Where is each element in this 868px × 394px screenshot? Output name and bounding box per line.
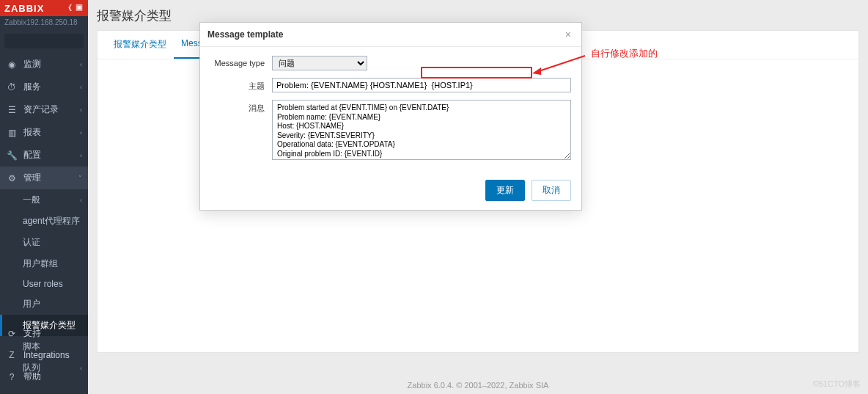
- eye-icon: ◉: [6, 59, 18, 70]
- chevron-left-icon: ‹: [80, 152, 82, 159]
- subject-input[interactable]: [272, 78, 571, 92]
- bottom-nav: ⟳ 支持 Z Integrations ? 帮助: [0, 322, 88, 388]
- nav-config[interactable]: 🔧 配置 ‹: [0, 144, 88, 167]
- nav-reports[interactable]: ▥ 报表 ‹: [0, 121, 88, 144]
- nav-label: 资产记录: [23, 103, 59, 116]
- nav-label: 配置: [23, 149, 41, 161]
- watermark: ©51CTO博客: [813, 379, 861, 390]
- sidebar-item-user-roles[interactable]: User roles: [0, 274, 88, 293]
- sidebar-item-user-groups[interactable]: 用户群组: [0, 253, 88, 274]
- modal-header: Message template ×: [200, 23, 581, 47]
- gear-icon: ⚙: [6, 173, 18, 183]
- nav-label: 帮助: [23, 371, 41, 383]
- row-subject: 主题: [210, 78, 571, 92]
- collapse-icon[interactable]: 《 ▣: [65, 3, 84, 13]
- nav-help[interactable]: ? 帮助: [0, 365, 88, 388]
- sidebar-item-label: 用户群组: [23, 258, 58, 270]
- footer: Zabbix 6.0.4. © 2001–2022, Zabbix SIA: [88, 381, 868, 390]
- nav-label: 报表: [23, 126, 41, 139]
- nav-label: 服务: [23, 81, 41, 93]
- sidebar-item-general[interactable]: 一般 ‹: [0, 189, 88, 211]
- chart-icon: ▥: [6, 128, 18, 138]
- chevron-left-icon: ‹: [80, 84, 82, 91]
- sidebar-item-label: 一般: [23, 194, 40, 206]
- wrench-icon: 🔧: [6, 150, 18, 161]
- search-box[interactable]: 🔍: [4, 34, 84, 48]
- footer-link[interactable]: Zabbix SIA: [510, 381, 549, 390]
- label-subject: 主题: [210, 78, 272, 92]
- chevron-left-icon: ‹: [80, 197, 82, 204]
- row-message-type: Message type 问题: [210, 56, 571, 70]
- nav-inventory[interactable]: ☰ 资产记录 ‹: [0, 98, 88, 121]
- modal-cancel-button[interactable]: 取消: [532, 180, 571, 201]
- sidebar-item-users[interactable]: 用户: [0, 293, 88, 315]
- modal-title: Message template: [207, 29, 283, 40]
- label-message-type: Message type: [210, 56, 272, 68]
- clock-icon: ⏱: [6, 82, 18, 92]
- nav-integrations[interactable]: Z Integrations: [0, 345, 88, 365]
- sidebar-item-auth[interactable]: 认证: [0, 232, 88, 253]
- annotation-text: 自行修改添加的: [591, 47, 658, 60]
- message-textarea[interactable]: [272, 100, 571, 160]
- tab-media-type[interactable]: 报警媒介类型: [106, 31, 174, 59]
- modal-update-button[interactable]: 更新: [485, 180, 525, 201]
- question-icon: ?: [6, 372, 18, 382]
- brand-logo: ZABBIX: [4, 3, 44, 14]
- chevron-left-icon: ‹: [80, 61, 82, 68]
- list-icon: ☰: [6, 105, 18, 115]
- close-icon[interactable]: ×: [562, 29, 574, 40]
- message-template-modal: Message template × Message type 问题 主题 消息: [199, 22, 582, 211]
- logo-row: ZABBIX 《 ▣: [0, 0, 88, 16]
- nav-admin[interactable]: ⚙ 管理 ˅: [0, 167, 88, 189]
- z-icon: Z: [6, 350, 18, 360]
- sidebar-item-agent-proxy[interactable]: agent代理程序: [0, 211, 88, 232]
- search-wrap: 🔍: [0, 31, 88, 53]
- footer-text: Zabbix 6.0.4. © 2001–2022,: [408, 381, 510, 390]
- sidebar-item-label: agent代理程序: [23, 215, 80, 227]
- message-type-select[interactable]: 问题: [272, 56, 367, 70]
- sidebar: ZABBIX 《 ▣ Zabbix192.168.250.18 🔍 ◉ 监测 ‹…: [0, 0, 88, 394]
- sidebar-item-label: User roles: [23, 279, 63, 289]
- sidebar-item-label: 认证: [23, 236, 40, 249]
- server-address: Zabbix192.168.250.18: [0, 16, 88, 31]
- nav-support[interactable]: ⟳ 支持: [0, 322, 88, 345]
- row-message: 消息: [210, 100, 571, 162]
- nav-label: 管理: [23, 172, 41, 184]
- chevron-down-icon: ˅: [78, 175, 82, 182]
- support-icon: ⟳: [6, 329, 18, 339]
- label-message: 消息: [210, 100, 272, 114]
- modal-footer: 更新 取消: [200, 175, 581, 210]
- nav-label: 支持: [23, 327, 41, 340]
- chevron-left-icon: ‹: [80, 129, 82, 136]
- nav-label: Integrations: [23, 350, 70, 360]
- sidebar-item-label: 用户: [23, 298, 40, 310]
- nav-monitoring[interactable]: ◉ 监测 ‹: [0, 53, 88, 76]
- modal-wrapper: Message template × Message type 问题 主题 消息: [199, 22, 582, 211]
- nav-service[interactable]: ⏱ 服务 ‹: [0, 76, 88, 98]
- modal-body: Message type 问题 主题 消息: [200, 47, 581, 175]
- chevron-left-icon: ‹: [80, 106, 82, 114]
- nav-label: 监测: [23, 58, 41, 70]
